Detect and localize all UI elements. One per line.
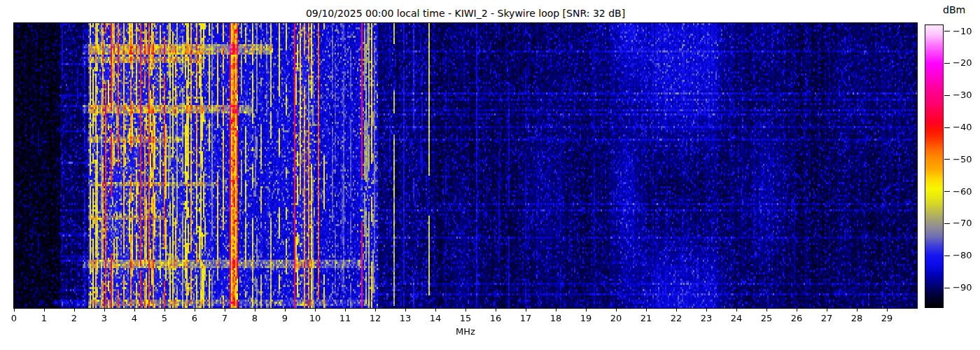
x-tick-mark	[315, 309, 316, 312]
x-tick-label: 22	[666, 313, 687, 323]
x-tick-label: 18	[545, 313, 566, 323]
x-tick-mark	[435, 309, 436, 312]
x-tick-label: 19	[575, 313, 596, 323]
x-tick-mark	[887, 309, 888, 312]
x-tick-label: 1	[34, 313, 55, 323]
colorbar-tick-mark	[944, 63, 950, 64]
x-tick-label: 6	[184, 313, 205, 323]
x-tick-mark	[375, 309, 376, 312]
x-tick-label: 29	[876, 313, 897, 323]
colorbar-tick-label: −50	[953, 153, 972, 165]
colorbar-tick-label: −10	[953, 25, 972, 37]
colorbar-title: dBm	[943, 4, 978, 15]
x-tick-mark	[496, 309, 496, 312]
colorbar-tick-label: −90	[953, 281, 972, 293]
x-tick-mark	[797, 309, 797, 312]
colorbar-tick-mark	[944, 255, 950, 256]
x-tick-label: 17	[515, 313, 536, 323]
x-tick-label: 20	[606, 313, 626, 323]
x-tick-label: 28	[846, 313, 867, 323]
colorbar-tick-mark	[944, 95, 950, 96]
x-tick-mark	[616, 309, 617, 312]
x-tick-mark	[74, 309, 75, 312]
x-tick-mark	[586, 309, 587, 312]
colorbar-tick-mark	[944, 223, 950, 224]
x-tick-mark	[164, 309, 165, 312]
x-tick-label: 13	[395, 313, 416, 323]
x-tick-mark	[285, 309, 286, 312]
waterfall-figure: 09/10/2025 00:00 local time - KIWI_2 - S…	[0, 0, 980, 350]
colorbar-tick-label: −20	[953, 57, 972, 69]
x-tick-mark	[345, 309, 346, 312]
plot-title: 09/10/2025 00:00 local time - KIWI_2 - S…	[14, 8, 917, 19]
colorbar-tick-mark	[944, 288, 950, 288]
x-tick-label: 16	[485, 313, 506, 323]
x-tick-label: 15	[455, 313, 476, 323]
x-tick-label: 14	[425, 313, 446, 323]
x-tick-mark	[134, 309, 135, 312]
x-tick-label: 0	[4, 313, 24, 323]
x-tick-label: 10	[304, 313, 326, 323]
x-tick-mark	[195, 309, 195, 312]
x-tick-mark	[465, 309, 466, 312]
x-tick-label: 26	[786, 313, 807, 323]
x-tick-mark	[646, 309, 647, 312]
colorbar	[925, 24, 944, 308]
x-tick-label: 25	[756, 313, 777, 323]
x-tick-mark	[14, 309, 15, 312]
colorbar-tick-label: −40	[953, 121, 972, 133]
colorbar-tick-label: −60	[953, 186, 972, 197]
waterfall-canvas	[14, 23, 917, 308]
x-tick-label: 8	[244, 313, 265, 323]
x-tick-label: 21	[636, 313, 657, 323]
colorbar-tick-mark	[944, 191, 950, 192]
x-tick-label: 27	[816, 313, 837, 323]
x-tick-mark	[44, 309, 45, 312]
x-tick-label: 23	[696, 313, 717, 323]
x-tick-label: 4	[124, 313, 145, 323]
x-tick-mark	[405, 309, 406, 312]
x-tick-label: 24	[726, 313, 747, 323]
x-axis-label: MHz	[14, 326, 917, 337]
x-tick-mark	[736, 309, 737, 312]
x-tick-mark	[706, 309, 707, 312]
x-tick-label: 2	[64, 313, 85, 323]
x-tick-label: 9	[274, 313, 295, 323]
x-tick-mark	[827, 309, 827, 312]
x-tick-mark	[225, 309, 225, 312]
x-tick-mark	[556, 309, 556, 312]
x-tick-label: 11	[335, 313, 356, 323]
colorbar-tick-mark	[944, 31, 950, 31]
x-tick-label: 3	[94, 313, 115, 323]
x-tick-label: 12	[365, 313, 386, 323]
x-tick-mark	[766, 309, 767, 312]
colorbar-tick-mark	[944, 159, 950, 160]
x-tick-mark	[255, 309, 255, 312]
x-tick-mark	[676, 309, 677, 312]
colorbar-tick-label: −30	[953, 89, 972, 101]
x-tick-mark	[526, 309, 526, 312]
x-tick-mark	[104, 309, 105, 312]
colorbar-tick-label: −70	[953, 217, 972, 229]
x-tick-label: 5	[154, 313, 175, 323]
colorbar-tick-label: −80	[953, 249, 972, 261]
x-tick-mark	[857, 309, 858, 312]
colorbar-tick-mark	[944, 127, 950, 128]
x-tick-label: 7	[214, 313, 235, 323]
